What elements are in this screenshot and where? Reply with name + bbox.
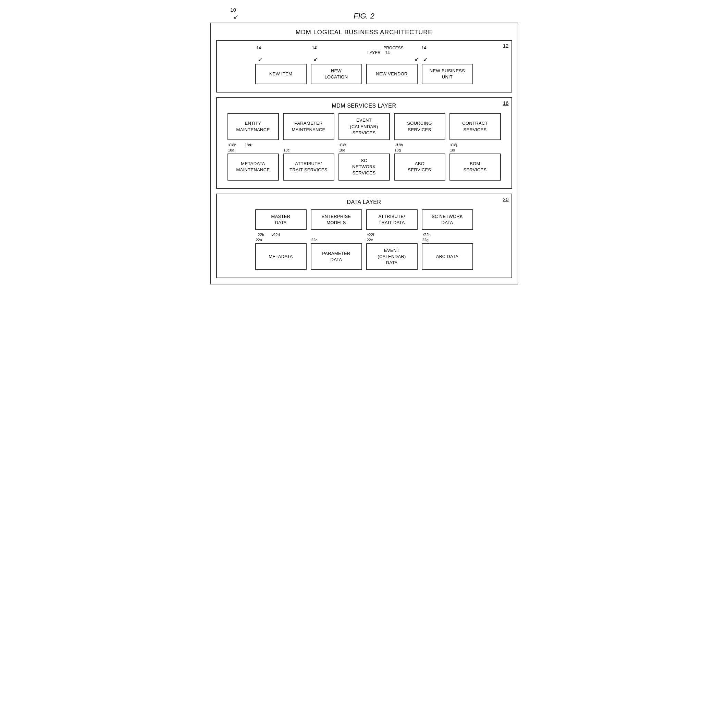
proc-arrow-b: ↙ [311,56,362,63]
abc-data-box: ABC DATA [422,243,473,270]
proc-ref-14b: 14 ↙ [311,46,362,55]
data-ref-row2-22e: 22e [366,238,418,242]
proc-ref-14d: 14 [422,46,473,55]
data-ref-22a: 22b ↙ 22d [255,233,307,237]
data-top-row: MASTERDATA ENTERPRISEMODELS ATTRIBUTE/TR… [222,210,507,230]
process-layer-box: 14 14 ↙ PROCESS LAYER 14 14 ↙ ↙ ↙ [216,40,512,93]
top-ref-arrow: ↙ [233,13,239,21]
data-ref-row2-22a: 22a [255,238,307,242]
svc-ref-18e: ↙ 18f [338,143,390,147]
top-ref: 10 [231,7,236,13]
attribute-trait-services-box: ATTRIBUTE/TRAIT SERVICES [283,153,334,180]
data-bottom-row: METADATA PARAMETERDATA EVENT(CALENDAR)DA… [222,243,507,270]
master-data-box: MASTERDATA [255,210,307,230]
proc-ref-14a: 14 [255,46,307,55]
bom-services-box: BOMSERVICES [450,153,501,180]
svc-ref-row2-18i: 18i [450,148,501,152]
data-layer-ref: 20 [503,196,509,202]
data-ref-row2-22c: 22c [311,238,362,242]
svc-ref-row2-18c: 18c [283,148,334,152]
proc-layer-title: PROCESS LAYER 14 [366,46,418,55]
page-container: 10 ↙ FIG. 2 MDM LOGICAL BUSINESS ARCHITE… [210,7,518,285]
metadata-box: METADATA [255,243,307,270]
data-ref-row2-22g: 22g [422,238,473,242]
abc-services-box: ABCSERVICES [394,153,445,180]
data-layer-box: DATA LAYER 20 MASTERDATA ENTERPRISEMODEL… [216,194,512,278]
new-item-box: NEW ITEM [255,64,307,84]
services-layer-title: MDM SERVICES LAYER [222,103,507,109]
sc-network-services-box: SCNETWORKSERVICES [338,153,390,180]
svc-ref-18c [283,143,334,147]
enterprise-models-box: ENTERPRISEMODELS [311,210,362,230]
data-ref-22e: ↙ 22f [366,233,418,237]
figure-label: FIG. 2 [353,12,375,20]
new-location-box: NEWLOCATION [311,64,362,84]
services-bottom-row: METADATAMAINTENANCE ATTRIBUTE/TRAIT SERV… [222,153,507,180]
proc-arrow-c: ↙ [366,56,418,63]
data-ref-22c [311,233,362,237]
svc-ref-18g: ↗ 18h [394,143,445,147]
attribute-trait-data-box: ATTRIBUTE/TRAIT DATA [366,210,418,230]
parameter-maintenance-box: PARAMETERMAINTENANCE [283,113,334,140]
entity-maintenance-box: ENTITYMAINTENANCE [228,113,279,140]
event-calendar-services-box: EVENT(CALENDAR)SERVICES [338,113,390,140]
svc-ref-row2-18a: 18a [228,148,279,152]
services-layer-box: MDM SERVICES LAYER 16 ENTITYMAINTENANCE … [216,97,512,188]
services-top-row: ENTITYMAINTENANCE PARAMETERMAINTENANCE E… [222,113,507,140]
svc-ref-18a: ↙ 18b ↙ 18d [228,143,279,147]
data-layer-title: DATA LAYER [222,199,507,205]
sourcing-services-box: SOURCINGSERVICES [394,113,445,140]
outer-title: MDM LOGICAL BUSINESS ARCHITECTURE [216,29,512,36]
process-boxes-row: NEW ITEM NEWLOCATION NEW VENDOR NEW BUSI… [222,64,507,84]
new-vendor-box: NEW VENDOR [366,64,418,84]
services-layer-ref: 16 [503,100,509,106]
data-ref-22g: ↙ 22h [422,233,473,237]
proc-arrow-d: ↙ [422,56,473,63]
metadata-maintenance-box: METADATAMAINTENANCE [228,153,279,180]
new-business-unit-box: NEW BUSINESSUNIT [422,64,473,84]
sc-network-data-box: SC NETWORKDATA [422,210,473,230]
parameter-data-box: PARAMETERDATA [311,243,362,270]
contract-services-box: CONTRACTSERVICES [450,113,501,140]
svc-ref-row2-18e: 18e [338,148,390,152]
outer-box: MDM LOGICAL BUSINESS ARCHITECTURE 14 14 … [210,23,518,285]
process-layer-ref: 12 [503,43,509,49]
proc-arrow-a: ↙ [255,56,307,63]
svc-ref-18i: ↙ 18j [450,143,501,147]
svc-ref-row2-18g: 18g [394,148,445,152]
event-calendar-data-box: EVENT(CALENDAR)DATA [366,243,418,270]
